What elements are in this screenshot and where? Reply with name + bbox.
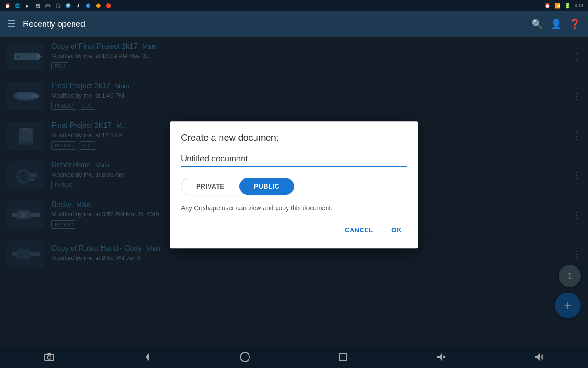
volume-mute-button[interactable] [427,346,455,368]
recents-button[interactable] [329,346,357,368]
camera-button[interactable] [35,346,63,368]
bottom-nav-bar [0,346,588,368]
globe2-icon: 🌍 [64,2,72,9]
profile-icon[interactable]: 👤 [550,18,562,29]
app2-icon: 🔶 [95,2,102,9]
public-toggle-button[interactable]: PUBLIC [239,178,294,195]
nav-icons-group: 🔍 👤 ❓ [531,18,581,29]
clock-icon: ⏰ [544,3,551,9]
image-icon: 🖼 [34,2,41,9]
page-title: Recently opened [23,19,524,29]
document-name-input[interactable] [181,152,407,167]
home-button[interactable] [231,346,259,368]
dialog-actions: CANCEL OK [181,223,407,237]
volume-up-button[interactable] [525,346,553,368]
time-display: 9:01 [575,3,584,8]
app3-icon: 🔴 [105,2,112,9]
youtube-icon: ▶ [24,2,31,9]
svg-marker-28 [437,353,442,361]
svg-rect-24 [47,353,51,355]
help-icon[interactable]: ❓ [569,18,581,29]
private-toggle-button[interactable]: PRIVATE [181,178,239,195]
main-content: Copy of Final Project 2k17 Main Modified… [0,37,588,346]
svg-point-23 [47,356,51,359]
search-icon[interactable]: 🔍 [531,18,543,29]
svg-marker-25 [145,353,149,361]
back-button[interactable] [133,346,161,368]
battery-icon: 🔋 [565,3,571,9]
app1-icon: 🔷 [85,2,92,9]
svg-point-26 [240,352,249,362]
download-icon: ⬇ [74,2,82,9]
create-document-dialog: Create a new document PRIVATE PUBLIC Any… [170,121,418,248]
dialog-title: Create a new document [181,132,407,143]
svg-rect-27 [339,353,347,361]
alarm-icon: ⏰ [4,2,11,9]
wifi-icon: 📶 [554,3,561,9]
svg-marker-31 [535,353,540,361]
gamepad-icon: 🎮 [44,2,51,9]
globe-icon: 🌐 [14,2,21,9]
status-bar: ⏰ 🌐 ▶ 🖼 🎮 🎧 🌍 ⬇ 🔷 🔶 🔴 ⏰ 📶 🔋 9:01 [0,0,588,11]
headphone-icon: 🎧 [54,2,62,9]
visibility-toggle-group: PRIVATE PUBLIC [181,178,294,195]
status-bar-right: ⏰ 📶 🔋 9:01 [544,3,584,9]
cancel-button[interactable]: CANCEL [339,223,379,237]
dialog-description: Any Onshape user can view and copy this … [181,204,407,212]
menu-icon[interactable]: ☰ [7,18,16,29]
status-bar-left: ⏰ 🌐 ▶ 🖼 🎮 🎧 🌍 ⬇ 🔷 🔶 🔴 [4,2,112,9]
ok-button[interactable]: OK [386,223,407,237]
top-nav-bar: ☰ Recently opened 🔍 👤 ❓ [0,11,588,37]
